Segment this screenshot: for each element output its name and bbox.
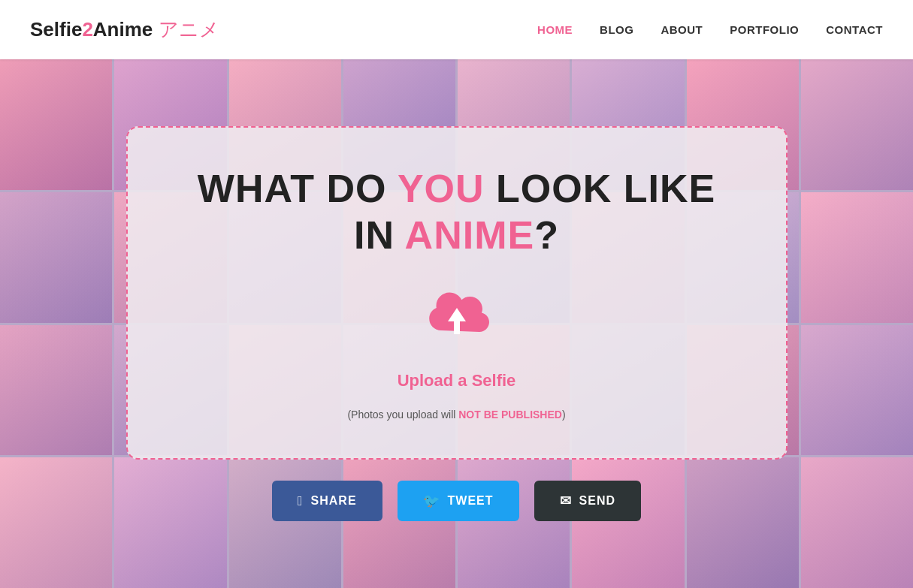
send-label: SEND xyxy=(579,494,615,508)
card-container: WHAT DO YOU LOOK LIKE IN ANIME? Upload a… xyxy=(0,59,913,588)
nav-blog[interactable]: BLOG xyxy=(600,23,633,36)
facebook-icon:  xyxy=(298,493,304,509)
headline-in: IN xyxy=(354,213,405,257)
send-icon: ✉ xyxy=(560,493,572,509)
nav-links: HOME BLOG ABOUT PORTFOLIO CONTACT xyxy=(537,23,883,36)
nav-home[interactable]: HOME xyxy=(537,23,573,36)
privacy-post: ) xyxy=(562,409,566,421)
social-buttons:  SHARE 🐦 TWEET ✉ SEND xyxy=(272,481,641,521)
logo-selfie: Selfie xyxy=(30,18,82,41)
send-button[interactable]: ✉ SEND xyxy=(534,481,641,521)
upload-cloud-icon xyxy=(416,285,498,353)
nav-about[interactable]: ABOUT xyxy=(661,23,703,36)
headline-you: YOU xyxy=(398,167,485,210)
privacy-highlight: NOT BE PUBLISHED xyxy=(458,409,562,421)
headline-q: ? xyxy=(534,213,559,257)
logo-jp: アニメ xyxy=(159,18,219,41)
twitter-icon: 🐦 xyxy=(423,493,440,509)
share-button[interactable]:  SHARE xyxy=(272,481,382,521)
upload-label[interactable]: Upload a Selfie xyxy=(398,371,516,390)
upload-icon-wrap[interactable] xyxy=(416,285,498,356)
headline-anime: ANIME xyxy=(405,213,535,257)
privacy-note: (Photos you upload will NOT BE PUBLISHED… xyxy=(347,409,565,421)
headline-part2: LOOK LIKE xyxy=(485,167,716,210)
logo-two: 2 xyxy=(82,18,92,41)
privacy-pre: (Photos you upload will xyxy=(347,409,458,421)
share-label: SHARE xyxy=(311,494,357,508)
main-headline: WHAT DO YOU LOOK LIKE IN ANIME? xyxy=(198,165,715,259)
tweet-button[interactable]: 🐦 TWEET xyxy=(398,481,519,521)
navbar: Selfie2Anime アニメ HOME BLOG ABOUT PORTFOL… xyxy=(0,0,913,59)
nav-portfolio[interactable]: PORTFOLIO xyxy=(730,23,799,36)
nav-contact[interactable]: CONTACT xyxy=(826,23,883,36)
upload-card: WHAT DO YOU LOOK LIKE IN ANIME? Upload a… xyxy=(126,126,788,460)
site-logo[interactable]: Selfie2Anime アニメ xyxy=(30,17,219,43)
logo-anime: Anime xyxy=(93,18,153,41)
tweet-label: TWEET xyxy=(448,494,494,508)
headline-part1: WHAT DO xyxy=(198,167,398,210)
